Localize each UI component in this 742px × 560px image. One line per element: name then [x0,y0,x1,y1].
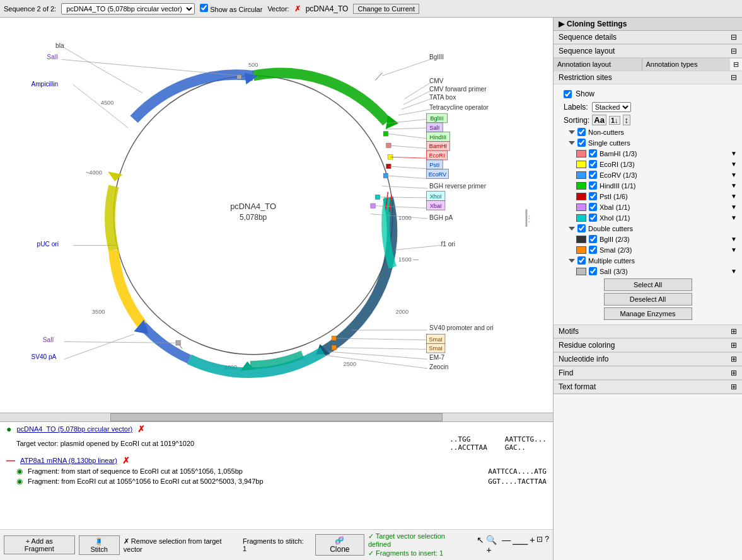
seq1-detail-row: Target vector: plasmid opened by EcoRI c… [4,435,549,452]
motifs-header[interactable]: Motifs ⊞ [554,325,742,338]
seq1-name[interactable]: pcDNA4_TO (5,078bp circular vector) [16,425,132,433]
xhoi-label: XhoI (1/1) [600,214,728,222]
text-format-header[interactable]: Text format ⊞ [554,380,742,394]
double-cutters-checkbox[interactable] [577,224,586,232]
tab-annotation-layout[interactable]: Annotation layout [554,59,642,71]
frag1-radio[interactable]: ◉ [16,467,23,476]
smai-checkbox[interactable] [589,246,597,254]
stitch-button[interactable]: 🧵 Stitch [79,535,120,555]
sort-alpha-icon[interactable]: Aa [592,115,606,125]
non-cutters-expand[interactable] [569,130,575,134]
sequence-details-header[interactable]: Sequence details ⊟ [554,31,742,44]
sali-row: SalI (3/3) ▼ [559,266,737,277]
zoom-in-icon[interactable]: 🔍+ [486,535,500,555]
zoom-plus-icon[interactable]: + [530,535,535,555]
smai-dropdown[interactable]: ▼ [731,246,737,253]
bglii-checkbox[interactable] [589,235,597,243]
svg-text:SalI: SalI [43,336,54,343]
svg-line-41 [388,134,427,138]
plasmid-map-container[interactable]: pcDNA4_TO 5,078bp 500 1000 1500 — 2000 2… [0,18,553,413]
tab-annotation-types[interactable]: Annotation types [642,59,731,71]
xhoi-checkbox[interactable] [589,214,597,222]
multiple-cutters-checkbox[interactable] [577,256,586,265]
psti-dropdown[interactable]: ▼ [731,193,737,200]
svg-line-53 [336,348,426,350]
svg-text:SalI: SalI [429,125,439,131]
psti-color [576,193,586,200]
multiple-cutters-label: Multiple cutters [588,257,737,265]
seq-details-label: Sequence details [559,33,617,42]
frag2-radio[interactable]: ◉ [16,477,23,486]
xbai-checkbox[interactable] [589,203,597,211]
svg-line-58 [64,334,134,360]
svg-line-38 [398,110,431,115]
svg-line-36 [403,91,431,105]
svg-text:CMV forward primer: CMV forward primer [429,86,487,93]
seq-layout-collapse[interactable]: ⊟ [731,47,737,55]
psti-checkbox[interactable] [589,192,597,200]
single-cutters-checkbox[interactable] [577,139,586,147]
zoom-slider[interactable]: ⎯⎯⎯ [513,535,528,555]
scrollbar-thumb[interactable] [110,413,442,421]
bamhi-checkbox[interactable] [589,149,597,157]
svg-text:PstI: PstI [429,162,439,168]
manage-enzymes-button[interactable]: Manage Enzymes [604,307,692,320]
find-expand[interactable]: ⊞ [731,369,737,377]
horizontal-scrollbar[interactable] [0,413,553,421]
non-cutters-checkbox[interactable] [577,128,586,136]
motifs-expand[interactable]: ⊞ [731,327,737,336]
find-header[interactable]: Find ⊞ [554,367,742,380]
ann-collapse-icon[interactable]: ⊟ [730,59,742,71]
add-fragment-button[interactable]: + Add as Fragment [4,535,75,554]
bamhi-dropdown[interactable]: ▼ [731,150,737,157]
mode-icon1[interactable]: ↖ [477,535,484,555]
seq-selector[interactable]: pcDNA4_TO (5,078bp circular vector) [61,3,195,14]
sort-num-icon[interactable]: 1↓ [609,116,620,125]
seq-layout-label: Sequence layout [559,47,615,55]
hindiii-checkbox[interactable] [589,181,597,190]
change-current-button[interactable]: Change to Current [353,4,419,14]
text-format-expand[interactable]: ⊞ [731,382,737,391]
seq2-close[interactable]: ✗ [122,455,130,466]
nucleotide-expand[interactable]: ⊞ [731,355,737,363]
sort-alpha2-icon[interactable]: ↕ [623,115,631,125]
rs-collapse-icon[interactable]: ⊟ [731,73,737,82]
multiple-cutters-row: Multiple cutters [559,255,737,266]
sali-dropdown[interactable]: ▼ [731,268,737,275]
residue-expand[interactable]: ⊞ [731,341,737,350]
deselect-all-button[interactable]: Deselect All [604,293,692,306]
residue-coloring-section: Residue coloring ⊞ [554,339,742,353]
ecori-dropdown[interactable]: ▼ [731,161,737,168]
show-checkbox[interactable] [564,90,572,98]
multiple-cutters-expand[interactable] [569,259,575,263]
xhoi-dropdown[interactable]: ▼ [731,214,737,221]
fit-icon[interactable]: ⊡ [536,535,543,555]
seq1-close[interactable]: ✗ [137,424,145,434]
cloning-settings-title: Cloning Settings [564,20,737,28]
nucleotide-info-header[interactable]: Nucleotide info ⊞ [554,353,742,366]
restriction-sites-header[interactable]: Restriction sites ⊟ [554,71,742,84]
clone-button[interactable]: 🧬 Clone [315,534,364,556]
show-circular-checkbox[interactable] [200,4,208,12]
ecorv-dropdown[interactable]: ▼ [731,171,737,178]
residue-coloring-header[interactable]: Residue coloring ⊞ [554,339,742,352]
svg-text:1500 —: 1500 — [398,256,419,263]
sequence-layout-header[interactable]: Sequence layout ⊟ [554,45,742,58]
svg-line-42 [388,146,426,149]
double-cutters-expand[interactable] [569,227,575,231]
ecorv-checkbox[interactable] [589,171,597,179]
select-all-button[interactable]: Select All [604,278,692,291]
single-cutters-expand[interactable] [569,141,575,145]
zoom-out-icon[interactable]: — [502,535,511,555]
ecori-checkbox[interactable] [589,160,597,168]
show-circular-label[interactable]: Show as Circular [200,4,262,13]
seq-details-collapse[interactable]: ⊟ [731,33,737,42]
ecori-label: EcoRI (1/3) [600,161,728,168]
sali-checkbox[interactable] [589,267,597,275]
hindiii-dropdown[interactable]: ▼ [731,182,737,189]
seq2-name[interactable]: ATP8a1 mRNA (8,130bp linear) [20,457,117,464]
bglii-dropdown[interactable]: ▼ [731,236,737,243]
labels-dropdown[interactable]: Stacked [592,102,631,112]
xbai-dropdown[interactable]: ▼ [731,203,737,210]
help-icon[interactable]: ? [545,535,549,555]
